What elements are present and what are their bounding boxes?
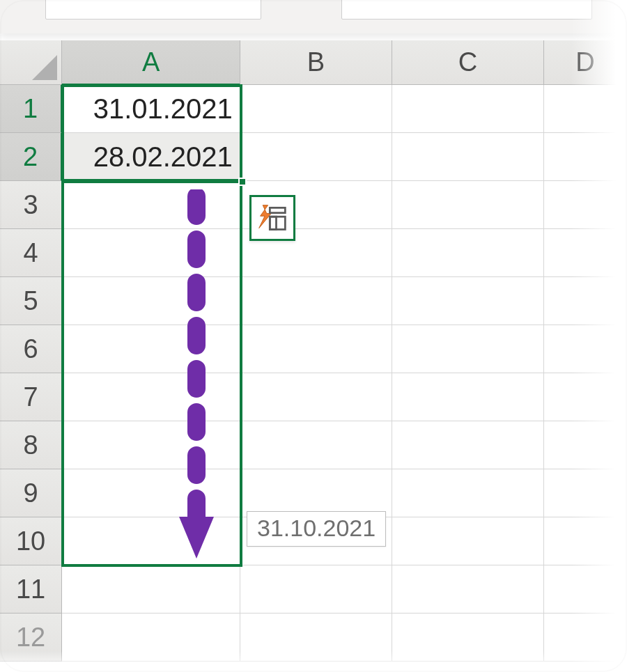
column-header-A[interactable]: A: [62, 40, 240, 85]
cell-D10[interactable]: [544, 517, 627, 565]
cell-A3[interactable]: [62, 181, 240, 229]
ribbon-group-box: [341, 0, 592, 19]
row-header-5[interactable]: 5: [0, 277, 62, 325]
cell-A6[interactable]: [62, 325, 240, 373]
cell-B5[interactable]: [240, 277, 392, 325]
row-header-4[interactable]: 4: [0, 229, 62, 277]
column-header-B[interactable]: B: [240, 40, 392, 85]
row-header-3[interactable]: 3: [0, 181, 62, 229]
cell-D5[interactable]: [544, 277, 627, 325]
quick-analysis-button[interactable]: [249, 195, 295, 241]
rows: 1 31.01.2021 2 28.02.2021 3 4: [0, 85, 627, 662]
row-header-10[interactable]: 10: [0, 517, 62, 565]
row: 3: [0, 181, 627, 229]
svg-rect-3: [270, 217, 276, 229]
row: 5: [0, 277, 627, 325]
row: 8: [0, 421, 627, 469]
cell-A12[interactable]: [62, 614, 240, 662]
cell-B7[interactable]: [240, 373, 392, 421]
row-header-6[interactable]: 6: [0, 325, 62, 373]
cell-C9[interactable]: [392, 469, 544, 517]
cell-C10[interactable]: [392, 517, 544, 565]
cell-D6[interactable]: [544, 325, 627, 373]
cell-D3[interactable]: [544, 181, 627, 229]
row-header-12[interactable]: 12: [0, 614, 62, 662]
cell-B9[interactable]: [240, 469, 392, 517]
cell-B11[interactable]: [240, 565, 392, 614]
cell-A9[interactable]: [62, 469, 240, 517]
cell-A7[interactable]: [62, 373, 240, 421]
row-header-1[interactable]: 1: [0, 85, 62, 133]
cell-C12[interactable]: [392, 614, 544, 662]
cell-C6[interactable]: [392, 325, 544, 373]
cell-D8[interactable]: [544, 421, 627, 469]
cell-B6[interactable]: [240, 325, 392, 373]
cell-D12[interactable]: [544, 614, 627, 662]
svg-rect-1: [270, 208, 285, 212]
row: 1 31.01.2021: [0, 85, 627, 133]
fill-handle[interactable]: [238, 178, 247, 186]
cell-D7[interactable]: [544, 373, 627, 421]
cell-A5[interactable]: [62, 277, 240, 325]
spreadsheet: A B C D 1 31.01.2021 2 28.02.2021 3 4: [0, 40, 627, 662]
quick-analysis-icon: [257, 203, 288, 233]
cell-D1[interactable]: [544, 85, 627, 133]
svg-rect-2: [270, 217, 285, 229]
ribbon-group-box: [45, 0, 261, 19]
cell-C11[interactable]: [392, 565, 544, 614]
cell-A2[interactable]: 28.02.2021: [62, 133, 240, 181]
row: 2 28.02.2021: [0, 133, 627, 181]
cell-D4[interactable]: [544, 229, 627, 277]
row: 12: [0, 614, 627, 662]
row: 6: [0, 325, 627, 373]
cell-C5[interactable]: [392, 277, 544, 325]
fill-preview-tooltip: 31.10.2021: [247, 511, 386, 547]
cell-D11[interactable]: [544, 565, 627, 614]
select-all-corner[interactable]: [0, 40, 62, 85]
cell-B2[interactable]: [240, 133, 392, 181]
row-header-2[interactable]: 2: [0, 133, 62, 181]
column-header-C[interactable]: C: [392, 40, 544, 85]
column-headers: A B C D: [0, 40, 627, 85]
row-header-9[interactable]: 9: [0, 469, 62, 517]
cell-A10[interactable]: [62, 517, 240, 565]
row: 11: [0, 565, 627, 614]
cell-B12[interactable]: [240, 614, 392, 662]
row-header-11[interactable]: 11: [0, 565, 62, 614]
row-header-8[interactable]: 8: [0, 421, 62, 469]
row-header-7[interactable]: 7: [0, 373, 62, 421]
cell-B8[interactable]: [240, 421, 392, 469]
row: 9: [0, 469, 627, 517]
cell-A11[interactable]: [62, 565, 240, 614]
row: 7: [0, 373, 627, 421]
cell-C4[interactable]: [392, 229, 544, 277]
cell-C2[interactable]: [392, 133, 544, 181]
cell-C1[interactable]: [392, 85, 544, 133]
cell-C7[interactable]: [392, 373, 544, 421]
cell-C8[interactable]: [392, 421, 544, 469]
cell-B1[interactable]: [240, 85, 392, 133]
cell-A8[interactable]: [62, 421, 240, 469]
cell-D9[interactable]: [544, 469, 627, 517]
column-header-D[interactable]: D: [544, 40, 627, 85]
cell-A1[interactable]: 31.01.2021: [62, 85, 240, 133]
cell-D2[interactable]: [544, 133, 627, 181]
cell-A4[interactable]: [62, 229, 240, 277]
cell-C3[interactable]: [392, 181, 544, 229]
row: 4: [0, 229, 627, 277]
